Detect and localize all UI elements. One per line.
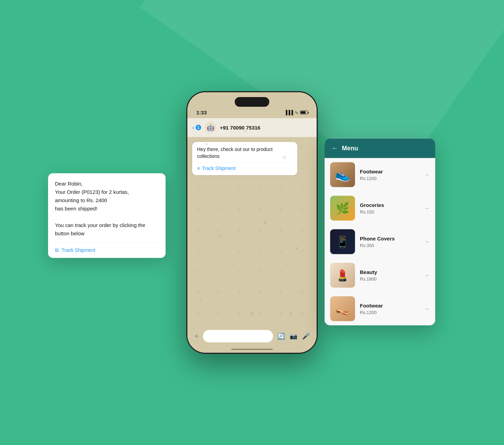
order-line1: Your Order (P0123) for 2 kurtas, <box>55 189 129 195</box>
menu-card: ← Menu 👟 Footwear Rs.1200 → 🌿 Groceries … <box>325 139 435 325</box>
beauty-icon: 💄 <box>336 269 349 282</box>
home-indicator <box>231 349 273 350</box>
groceries-icon: 🌿 <box>336 202 349 215</box>
external-link-icon: ⧉ <box>55 247 59 253</box>
footwear-name: Footwear <box>360 169 419 174</box>
groceries-arrow: → <box>424 205 430 211</box>
menu-header: ← Menu <box>325 139 435 158</box>
footwear2-info: Footwear Rs.1200 <box>360 303 419 315</box>
track-shipment-label-card: Track Shipment <box>62 247 95 253</box>
camera-icon[interactable]: 📷 <box>290 332 297 340</box>
footwear-info: Footwear Rs.1200 <box>360 169 419 181</box>
order-line6: button below <box>55 230 84 236</box>
scene: Dear Robin, Your Order (P0123) for 2 kur… <box>96 50 408 395</box>
footwear-image: 👟 <box>330 162 355 187</box>
chat-area: Hey there, check out our to product coll… <box>187 137 317 342</box>
groceries-name: Groceries <box>360 202 419 208</box>
beauty-price: Rs.1800 <box>360 276 419 282</box>
phone-covers-arrow: → <box>424 239 430 245</box>
greeting-text: Dear Robin, <box>55 181 83 187</box>
phone-screen: 1:33 ▐▐▐ ∿ ‹ 1 🤖 +91 70090 75316 <box>187 92 317 353</box>
attach-button[interactable]: + <box>194 332 199 341</box>
phone-device: 1:33 ▐▐▐ ∿ ‹ 1 🤖 +91 70090 75316 <box>186 91 318 354</box>
mic-icon[interactable]: 🎤 <box>302 332 310 340</box>
track-shipment-link-card[interactable]: ⧉ Track Shipment <box>55 243 159 253</box>
menu-item-footwear[interactable]: 👟 Footwear Rs.1200 → <box>325 158 435 192</box>
beauty-arrow: → <box>424 272 430 278</box>
chat-pattern <box>187 92 317 353</box>
phone-covers-image: 📱 <box>330 229 355 254</box>
footwear-arrow: → <box>424 172 430 178</box>
order-line3: has been shipped! <box>55 206 97 211</box>
beauty-image: 💄 <box>330 263 355 288</box>
order-line5: You can track your order by clicking the <box>55 222 145 228</box>
phone-covers-icon: 📱 <box>336 235 349 248</box>
footwear2-price: Rs.1200 <box>360 310 419 315</box>
beauty-name: Beauty <box>360 269 419 275</box>
footwear-icon: 👟 <box>335 168 351 182</box>
message-card: Dear Robin, Your Order (P0123) for 2 kur… <box>48 173 166 258</box>
menu-title: Menu <box>342 145 358 152</box>
footwear-price: Rs.1200 <box>360 176 419 181</box>
footwear2-icon: 👡 <box>336 302 349 315</box>
menu-item-footwear2[interactable]: 👡 Footwear Rs.1200 → <box>325 292 435 325</box>
groceries-info: Groceries Rs.150 <box>360 202 419 215</box>
message-input[interactable] <box>203 330 273 342</box>
groceries-image: 🌿 <box>330 196 355 221</box>
menu-back-button[interactable]: ← <box>332 145 338 152</box>
beauty-info: Beauty Rs.1800 <box>360 269 419 282</box>
menu-item-phone-covers[interactable]: 📱 Phone Covers Rs.350 → <box>325 225 435 259</box>
menu-item-groceries[interactable]: 🌿 Groceries Rs.150 → <box>325 192 435 225</box>
menu-item-beauty[interactable]: 💄 Beauty Rs.1800 → <box>325 259 435 292</box>
groceries-price: Rs.150 <box>360 209 419 215</box>
phone-covers-name: Phone Covers <box>360 236 419 242</box>
phone-covers-info: Phone Covers Rs.350 <box>360 236 419 248</box>
bottom-action-icons: 🔄 📷 🎤 <box>277 332 310 340</box>
message-card-text: Dear Robin, Your Order (P0123) for 2 kur… <box>55 180 159 238</box>
footwear2-arrow: → <box>424 306 430 312</box>
footwear2-image: 👡 <box>330 296 355 321</box>
phone-covers-price: Rs.350 <box>360 243 419 248</box>
footwear2-name: Footwear <box>360 303 419 309</box>
dynamic-island <box>235 97 269 107</box>
order-line2: amounting to Rs. 2400 <box>55 197 107 203</box>
sticker-icon[interactable]: 🔄 <box>277 332 285 340</box>
